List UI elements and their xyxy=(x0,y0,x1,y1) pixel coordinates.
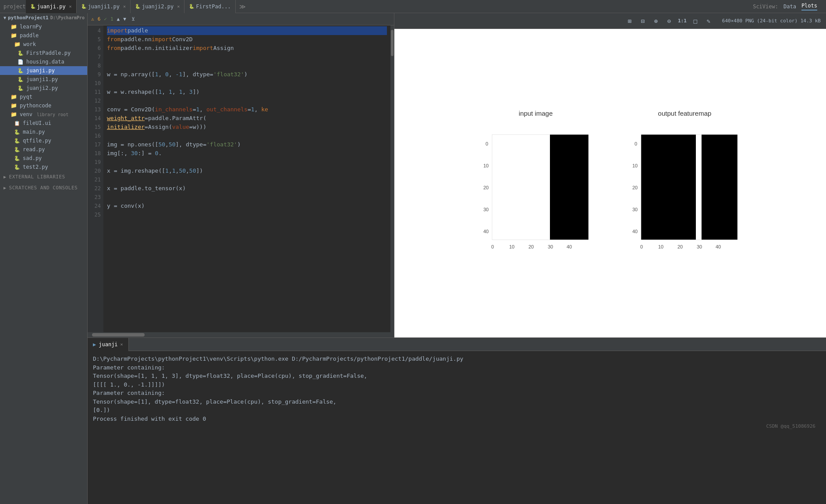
code-line-10[interactable] xyxy=(107,79,387,88)
sidebar-item-firstpaddle-py[interactable]: 🐍FirstPaddle.py xyxy=(0,49,87,57)
expand-icon[interactable]: ⊻ xyxy=(131,16,135,22)
line-num-18: 18 xyxy=(88,149,101,158)
sciview-content: input image 0 10 20 30 40 xyxy=(394,29,826,337)
code-line-17[interactable]: img = np.ones([50,50], dtype='float32') xyxy=(107,140,387,149)
code-line-14[interactable]: weight_attr=paddle.ParamAttr( xyxy=(107,114,387,123)
line-num-11: 11 xyxy=(88,88,101,96)
code-line-22[interactable]: x = paddle.to_tensor(x) xyxy=(107,184,387,193)
code-line-8[interactable] xyxy=(107,61,387,70)
zoom-in-icon[interactable]: ⊕ xyxy=(651,16,661,26)
code-line-9[interactable]: w = np.array([1, 0, -1], dtype='float32'… xyxy=(107,70,387,79)
py-icon: 🐍 xyxy=(14,156,20,161)
sidebar-item-label: main.py xyxy=(23,129,45,135)
sidebar-item-qtfile-py[interactable]: 🐍qtfile.py xyxy=(0,136,87,145)
nav-up-button[interactable]: ▲ xyxy=(117,16,120,22)
line-num-25: 25 xyxy=(88,210,101,219)
frame-icon[interactable]: □ xyxy=(691,16,700,26)
svg-rect-6 xyxy=(550,135,588,240)
horiz-thumb[interactable] xyxy=(92,333,145,337)
sidebar-item-housing-data[interactable]: 📄housing.data xyxy=(0,57,87,66)
code-line-7[interactable] xyxy=(107,53,387,61)
terminal-output-line: Parameter containing: xyxy=(93,363,821,372)
terminal-tab-juanji[interactable]: ▶ juanji ✕ xyxy=(88,338,129,351)
terminal-output-line: Parameter containing: xyxy=(93,389,821,398)
terminal-icon: ▶ xyxy=(93,341,96,348)
sidebar-item-pyqt[interactable]: 📁pyqt xyxy=(0,92,87,101)
sidebar-item-paddle[interactable]: 📁paddle xyxy=(0,31,87,40)
terminal-tab-bar: ▶ juanji ✕ xyxy=(88,338,826,351)
terminal-content[interactable]: D:\PycharmProjects\pythonProject1\venv\S… xyxy=(88,351,826,504)
edit-icon[interactable]: ✎ xyxy=(704,16,713,26)
sidebar-item-main-py[interactable]: 🐍main.py xyxy=(0,128,87,136)
editor-toolbar: ⚠ 6 ✓ 1 ▲ ▼ ⊻ xyxy=(88,13,394,25)
code-line-18[interactable]: img[:, 30:] = 0. xyxy=(107,149,387,158)
sciview-tab-plots[interactable]: Plots xyxy=(801,3,817,11)
sidebar-item-learnpy[interactable]: 📁learnPy xyxy=(0,22,87,31)
project-title[interactable]: ▼ pythonProject1 D:\PycharmPro xyxy=(0,13,87,22)
sidebar-item-label: juanji1.py xyxy=(26,76,58,82)
horizontal-scrollbar[interactable] xyxy=(88,332,394,337)
py-file-icon: 🐍 xyxy=(189,4,194,9)
line-num-6: 6 xyxy=(88,44,101,53)
tab-FirstPad[interactable]: 🐍FirstPad... xyxy=(184,0,235,13)
nav-down-button[interactable]: ▼ xyxy=(123,16,126,22)
line-num-14: 14 xyxy=(88,114,101,123)
code-line-4[interactable]: import paddle xyxy=(107,26,387,35)
code-display[interactable]: import paddlefrom paddle.nn import Conv2… xyxy=(103,25,390,332)
sidebar-item-juanji-py[interactable]: 🐍juanji.py xyxy=(0,66,87,75)
scroll-thumb[interactable] xyxy=(391,30,394,56)
sidebar-item-label: venv xyxy=(20,111,32,117)
tab-juanjipy[interactable]: 🐍juanji.py✕ xyxy=(26,0,77,13)
code-line-11[interactable]: w = w.reshape([1, 1, 1, 3]) xyxy=(107,88,387,96)
zoom-out-icon[interactable]: ⊖ xyxy=(664,16,674,26)
tab-juanji2py[interactable]: 🐍juanji2.py✕ xyxy=(131,0,184,13)
line-num-16: 16 xyxy=(88,131,101,140)
sidebar-item-work[interactable]: 📁work xyxy=(0,40,87,49)
svg-text:30: 30 xyxy=(697,244,702,249)
svg-text:30: 30 xyxy=(483,207,489,212)
code-line-16[interactable] xyxy=(107,131,387,140)
sidebar-item-fileui-ui[interactable]: 📋fileUI.ui xyxy=(0,119,87,128)
svg-text:20: 20 xyxy=(483,185,489,190)
tab-close-button[interactable]: ✕ xyxy=(123,4,126,9)
svg-text:20: 20 xyxy=(677,244,683,249)
code-line-24[interactable]: y = conv(x) xyxy=(107,202,387,210)
chart1-title: input image xyxy=(519,110,553,117)
svg-text:40: 40 xyxy=(632,229,638,234)
svg-text:10: 10 xyxy=(483,163,489,168)
sidebar-item-sad-py[interactable]: 🐍sad.py xyxy=(0,154,87,163)
code-line-21[interactable] xyxy=(107,175,387,184)
section-arrow-icon: ▶ xyxy=(4,174,7,179)
sidebar-item-juanji1-py[interactable]: 🐍juanji1.py xyxy=(0,75,87,84)
tab-more-button[interactable]: ≫ xyxy=(236,3,249,10)
code-line-5[interactable]: from paddle.nn import Conv2D xyxy=(107,35,387,44)
terminal-close-button[interactable]: ✕ xyxy=(121,342,123,347)
sidebar-item-read-py[interactable]: 🐍read.py xyxy=(0,145,87,154)
sidebar-item-test2-py[interactable]: 🐍test2.py xyxy=(0,163,87,171)
sidebar-item-juanji2-py[interactable]: 🐍juanji2.py xyxy=(0,84,87,92)
tab-close-button[interactable]: ✕ xyxy=(177,4,180,9)
tab-label: FirstPad... xyxy=(196,4,230,10)
grid-icon[interactable]: ⊟ xyxy=(638,16,648,26)
line-num-7: 7 xyxy=(88,53,101,61)
tab-juanji1py[interactable]: 🐍juanji1.py✕ xyxy=(77,0,131,13)
fit-icon[interactable]: 1:1 xyxy=(677,16,687,26)
vertical-scrollbar[interactable] xyxy=(390,25,394,332)
sidebar-item-venv[interactable]: 📁venvlibrary root xyxy=(0,110,87,119)
code-line-19[interactable] xyxy=(107,158,387,167)
code-line-23[interactable] xyxy=(107,193,387,202)
sidebar-item-pythoncode[interactable]: 📁pythoncode xyxy=(0,101,87,110)
code-line-15[interactable]: initializer=Assign(value=w))) xyxy=(107,123,387,131)
sciview-label: SciView: xyxy=(753,4,778,10)
code-line-12[interactable] xyxy=(107,96,387,105)
sciview-tab-data[interactable]: Data xyxy=(783,4,796,10)
code-line-13[interactable]: conv = Conv2D(in_channels=1, out_channel… xyxy=(107,105,387,114)
sidebar-item-label: read.py xyxy=(23,146,45,153)
output-featuremap-chart: output featuremap 0 10 20 30 40 xyxy=(628,110,742,257)
code-line-6[interactable]: from paddle.nn.initializer import Assign xyxy=(107,44,387,53)
code-line-25[interactable] xyxy=(107,210,387,219)
svg-text:0: 0 xyxy=(491,244,494,249)
tab-close-button[interactable]: ✕ xyxy=(69,4,72,9)
grid2x1-icon[interactable]: ⊞ xyxy=(625,16,635,26)
code-line-20[interactable]: x = img.reshape([1,1,50,50]) xyxy=(107,167,387,175)
